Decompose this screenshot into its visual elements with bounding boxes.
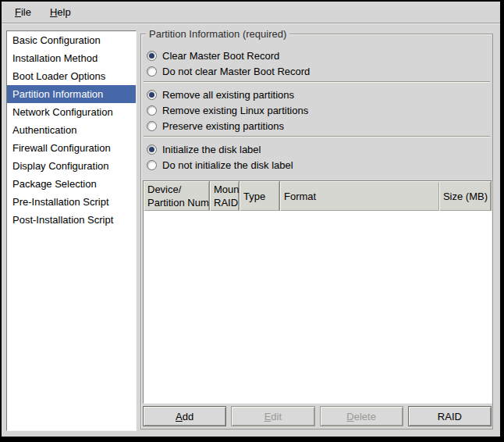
section-list-item[interactable]: Authentication [7,121,136,139]
partitions-radio-group: Remove all existing partitions Remove ex… [143,87,491,134]
edit-button-label: dit [271,411,282,422]
section-list-item[interactable]: Package Selection [7,175,136,193]
section-list-item[interactable]: Network Configuration [7,103,136,121]
partition-table-header: Device/ Partition Number Mount Point/ RA… [144,181,492,211]
add-button-hotkey: A [176,411,183,422]
delete-button-hotkey: D [346,411,353,422]
column-header-line2: Partition Number [147,196,206,209]
kickstart-window: File Help Basic Configuration Installati… [0,0,504,442]
menu-bar: File Help [2,2,500,23]
add-button[interactable]: Add [143,406,226,426]
radio-button-icon [147,160,157,170]
radio-option[interactable]: Initialize the disk label [147,141,491,157]
column-header-line1: Device/ [147,183,206,196]
radio-option-label: Preserve existing partitions [162,120,284,132]
section-list: Basic Configuration Installation Method … [6,30,137,431]
section-list-item-label: Boot Loader Options [12,70,105,82]
radio-option-label: Do not clear Master Boot Record [162,66,310,77]
section-list-item[interactable]: Installation Method [7,49,136,67]
separator [144,81,490,82]
radio-option-label: Remove existing Linux partitions [162,105,308,116]
section-list-item[interactable]: Partition Information [7,85,136,103]
menu-help[interactable]: Help [41,3,80,21]
delete-button: Delete [320,406,403,426]
section-list-item-label: Post-Installation Script [12,214,113,226]
radio-option[interactable]: Remove existing Linux partitions [147,102,491,118]
radio-option[interactable]: Preserve existing partitions [147,118,491,134]
column-header-line1: Mount Point/ [214,183,236,196]
menu-file-hotkey: F [15,6,21,18]
radio-option[interactable]: Do not clear Master Boot Record [147,63,491,79]
column-header-line1: Format [284,190,436,203]
radio-option[interactable]: Clear Master Boot Record [147,48,491,63]
section-list-item[interactable]: Pre-Installation Script [7,193,136,211]
radio-button-icon [147,105,157,116]
partition-info-frame: Partition Information (required) Clear M… [140,34,493,430]
menu-help-label: elp [57,6,70,18]
menu-help-hotkey: H [50,6,57,18]
radio-option[interactable]: Do not initialize the disk label [147,157,491,173]
radio-button-icon [147,51,157,61]
separator [144,136,490,137]
radio-option-label: Do not initialize the disk label [162,159,293,171]
section-list-item-label: Partition Information [12,88,103,100]
delete-button-label: elete [354,411,376,422]
section-list-item-label: Basic Configuration [12,34,101,46]
edit-button: Edit [231,406,314,426]
radio-button-icon [147,90,157,100]
add-button-label: dd [183,411,193,422]
section-list-item-label: Authentication [12,124,76,136]
column-header-line1: Type [243,190,276,203]
menu-file-label: ile [21,6,31,18]
section-list-item[interactable]: Post-Installation Script [7,211,136,229]
section-list-item-label: Firewall Configuration [12,142,111,154]
section-list-item[interactable]: Firewall Configuration [7,139,136,157]
mbr-radio-group: Clear Master Boot Record Do not clear Ma… [143,48,491,79]
raid-button-label: RAID [438,411,462,422]
partition-actions: Add Edit Delete RAID [143,406,492,426]
raid-button[interactable]: RAID [408,406,492,426]
frame-content: Clear Master Boot Record Do not clear Ma… [141,34,492,429]
column-header[interactable]: Device/ Partition Number [144,181,210,211]
column-header[interactable]: Mount Point/ RAID [210,181,240,211]
column-header[interactable]: Size (MB) [439,181,492,211]
radio-button-icon [147,66,157,77]
section-list-item-label: Pre-Installation Script [12,196,109,208]
radio-option-label: Remove all existing partitions [162,89,294,101]
section-list-item[interactable]: Display Configuration [7,157,136,175]
radio-option[interactable]: Remove all existing partitions [147,87,491,102]
window-body: File Help Basic Configuration Installati… [2,2,500,437]
disklabel-radio-group: Initialize the disk label Do not initial… [143,141,491,173]
section-list-item-label: Package Selection [12,178,97,190]
radio-option-label: Clear Master Boot Record [162,50,279,62]
column-header[interactable]: Format [280,181,439,211]
section-list-item[interactable]: Boot Loader Options [7,67,136,85]
column-header-line2: RAID [214,196,236,209]
radio-button-icon [147,144,157,155]
section-list-item[interactable]: Basic Configuration [7,31,136,49]
section-list-item-label: Installation Method [12,52,98,64]
column-header[interactable]: Type [240,181,280,211]
radio-option-label: Initialize the disk label [162,144,261,155]
column-header-line1: Size (MB) [443,190,488,203]
partition-table: Device/ Partition Number Mount Point/ RA… [143,180,492,404]
menu-file[interactable]: File [6,3,40,21]
section-list-item-label: Display Configuration [12,160,109,172]
radio-button-icon [147,121,157,131]
section-list-item-label: Network Configuration [12,106,113,118]
partition-table-body [144,211,492,403]
